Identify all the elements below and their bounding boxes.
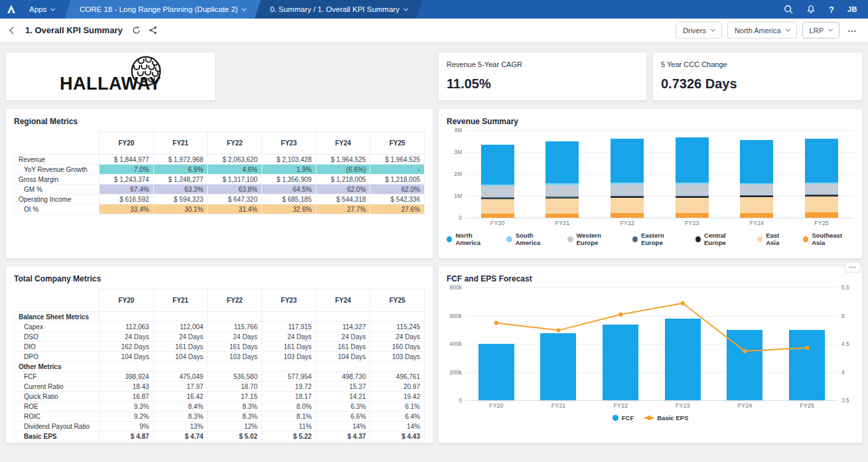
grid-cell[interactable]: $ 1,248,277 <box>153 175 208 185</box>
row-label[interactable]: DIO <box>15 342 100 352</box>
grid-cell[interactable]: 62.0% <box>316 185 370 194</box>
grid-cell[interactable]: 161 Days <box>316 342 370 352</box>
user-avatar[interactable]: JB <box>847 5 857 13</box>
grid-cell[interactable]: 115,766 <box>208 322 262 332</box>
grid-cell[interactable]: 24 Days <box>370 332 425 342</box>
grid-cell[interactable]: 104 Days <box>153 352 208 362</box>
grid-cell[interactable] <box>370 362 425 372</box>
grid-cell[interactable]: 16.42 <box>153 392 208 402</box>
bar-segment-western-europe[interactable] <box>611 185 644 196</box>
grid-cell[interactable]: 8.0% <box>261 402 316 412</box>
column-header[interactable]: FY20 <box>100 132 154 155</box>
grid-cell[interactable]: 17.15 <box>208 392 262 402</box>
grid-cell[interactable]: 17.97 <box>153 382 208 392</box>
grid-cell[interactable]: $ 1,356,909 <box>261 175 316 185</box>
grid-cell[interactable]: 15.37 <box>316 382 370 392</box>
row-label[interactable]: Gross Margin <box>15 175 100 185</box>
bar-segment-western-europe[interactable] <box>481 186 514 197</box>
model-selector[interactable]: CORE 18 - Long Range Planning (Duplicate… <box>65 0 261 19</box>
bar-segment-north-america[interactable] <box>611 139 644 183</box>
column-header[interactable]: FY21 <box>153 289 208 312</box>
page-selector[interactable]: 0. Summary / 1. Overall KPI Summary <box>255 0 422 19</box>
apps-menu[interactable]: Apps <box>23 0 61 19</box>
grid-cell[interactable]: 20.97 <box>370 382 425 392</box>
bar-segment-southeast-asia[interactable] <box>611 213 644 218</box>
column-header[interactable]: FY24 <box>316 289 370 312</box>
legend-item[interactable]: South America <box>506 232 557 246</box>
grid-cell[interactable]: 104 Days <box>100 352 154 362</box>
grid-cell[interactable]: 6.4% <box>370 412 425 422</box>
grid-cell[interactable]: 27.7% <box>316 204 370 214</box>
row-label[interactable]: FCF <box>15 372 100 382</box>
grid-cell[interactable] <box>100 312 154 322</box>
grid-cell[interactable]: 19.72 <box>261 382 316 392</box>
row-label[interactable]: GM % <box>15 185 100 194</box>
column-header[interactable]: FY22 <box>208 289 262 312</box>
row-label[interactable]: Quick Ratio <box>15 392 100 402</box>
grid-cell[interactable]: 14% <box>316 422 370 431</box>
grid-cell[interactable]: 398,924 <box>100 372 154 382</box>
row-label[interactable]: Dividend Payout Ratio <box>15 422 100 431</box>
grid-cell[interactable]: 16.87 <box>100 392 154 402</box>
card-more-button[interactable]: ⋯ <box>845 262 861 272</box>
legend-item[interactable]: North America <box>447 232 496 246</box>
grid-cell[interactable]: $ 647,320 <box>208 194 262 204</box>
toolbar-more-button[interactable]: ⋯ <box>845 25 860 36</box>
grid-cell[interactable] <box>316 362 370 372</box>
grid-cell[interactable]: 8.3% <box>153 412 208 422</box>
grid-cell[interactable]: 6.6% <box>316 412 370 422</box>
back-button[interactable] <box>9 27 17 34</box>
grid-cell[interactable]: 24 Days <box>208 332 262 342</box>
grid-cell[interactable]: $ 4.74 <box>153 431 208 441</box>
refresh-icon[interactable] <box>132 26 141 35</box>
grid-cell[interactable]: 63.8% <box>208 185 262 194</box>
grid-cell[interactable]: 104 Days <box>316 352 370 362</box>
grid-cell[interactable]: 160 Days <box>370 342 425 352</box>
bar-segment-western-europe[interactable] <box>545 185 579 197</box>
bar-segment-north-america[interactable] <box>481 145 514 185</box>
lrp-select[interactable]: LRP <box>802 22 839 38</box>
grid-cell[interactable]: 8.1% <box>261 412 316 422</box>
grid-cell[interactable]: 14% <box>370 422 425 431</box>
row-label[interactable]: Current Ratio <box>15 382 100 392</box>
search-icon[interactable] <box>784 5 793 14</box>
anaplan-logo[interactable] <box>0 0 23 19</box>
grid-cell[interactable] <box>370 312 425 322</box>
bar-segment-southeast-asia[interactable] <box>481 214 514 218</box>
grid-cell[interactable] <box>261 312 316 322</box>
grid-cell[interactable]: 114,327 <box>316 322 370 332</box>
grid-cell[interactable]: 475,049 <box>153 372 208 382</box>
grid-cell[interactable]: 30.1% <box>153 204 208 214</box>
row-label[interactable]: ROIC <box>15 412 100 422</box>
bar-segment-southeast-asia[interactable] <box>740 213 773 218</box>
region-filter-button[interactable]: North America <box>727 22 797 38</box>
grid-cell[interactable]: 32.6% <box>261 204 316 214</box>
grid-cell[interactable]: 13% <box>153 422 208 431</box>
share-icon[interactable] <box>149 26 157 35</box>
bar-segment-southeast-asia[interactable] <box>676 213 709 218</box>
grid-cell[interactable]: 27.6% <box>370 204 425 214</box>
fcf-bar-fy22[interactable] <box>603 325 638 400</box>
grid-cell[interactable]: 161 Days <box>208 342 262 352</box>
fcf-bar-fy25[interactable] <box>789 330 825 400</box>
stacked-bar-fy25[interactable] <box>805 130 838 218</box>
row-label[interactable]: DSO <box>15 332 100 342</box>
grid-cell[interactable]: $ 4.37 <box>316 431 370 441</box>
grid-cell[interactable]: 7.0% <box>100 165 154 175</box>
grid-cell[interactable]: $ 594,323 <box>153 194 208 204</box>
grid-cell[interactable]: 6.9% <box>153 165 208 175</box>
grid-cell[interactable]: 8.3% <box>208 412 262 422</box>
grid-cell[interactable]: $ 1,844,977 <box>100 155 154 165</box>
grid-cell[interactable]: 1.9% <box>261 165 316 175</box>
bar-segment-east-asia[interactable] <box>805 196 838 213</box>
bar-segment-southeast-asia[interactable] <box>545 214 579 218</box>
grid-cell[interactable]: 24 Days <box>153 332 208 342</box>
grid-cell[interactable]: 24 Days <box>100 332 154 342</box>
bar-segment-north-america[interactable] <box>545 141 579 184</box>
row-label[interactable]: Capex <box>15 322 100 332</box>
bar-segment-north-america[interactable] <box>740 140 773 183</box>
bar-segment-east-asia[interactable] <box>676 198 709 212</box>
grid-cell[interactable]: 24 Days <box>316 332 370 342</box>
grid-cell[interactable]: $ 1,243,374 <box>100 175 154 185</box>
row-label[interactable]: Balance Sheet Metrics <box>15 312 100 322</box>
